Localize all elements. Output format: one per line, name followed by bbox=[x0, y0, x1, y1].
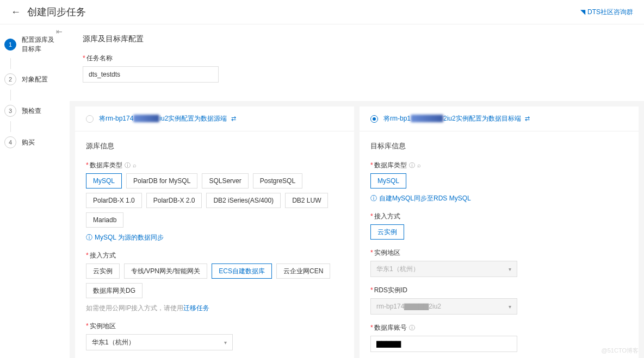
step-3[interactable]: 3 预检查 bbox=[4, 105, 65, 117]
step-2[interactable]: 2 对象配置 bbox=[4, 73, 65, 85]
source-db-type-option[interactable]: PolarDB-X 2.0 bbox=[146, 193, 202, 208]
source-db-type-option[interactable]: SQLServer bbox=[202, 173, 248, 189]
step-label: 配置源库及目标库 bbox=[22, 35, 56, 54]
source-radio-header[interactable]: 将rm-bp174xxxxxxxxiu2实例配置为数据源端 ⇄ bbox=[75, 106, 354, 131]
target-account-input[interactable] bbox=[370, 336, 517, 352]
chevron-down-icon: ▾ bbox=[224, 340, 227, 346]
help-icon[interactable]: ⓘ bbox=[409, 162, 415, 168]
target-access-option[interactable]: 云实例 bbox=[370, 224, 404, 240]
source-db-type-option[interactable]: DB2 LUW bbox=[285, 193, 328, 208]
target-rds-label: *RDS实例ID bbox=[370, 286, 628, 295]
source-db-type-option[interactable]: PolarDB-X 1.0 bbox=[86, 193, 142, 208]
community-link[interactable]: ◥ DTS社区咨询群 bbox=[580, 8, 633, 17]
search-icon[interactable]: ⌕ bbox=[133, 162, 137, 168]
migrate-task-link[interactable]: 迁移任务 bbox=[183, 304, 209, 312]
target-db-type-label: *数据库类型ⓘ⌕ bbox=[370, 161, 628, 170]
source-db-type-option[interactable]: Mariadb bbox=[86, 212, 123, 228]
task-name-input[interactable] bbox=[83, 66, 219, 83]
sidebar-collapse-icon[interactable]: ⇤ bbox=[56, 27, 63, 36]
step-label: 预检查 bbox=[22, 106, 41, 116]
step-connector bbox=[10, 90, 11, 101]
target-sync-link[interactable]: ⓘ自建MySQL同步至RDS MySQL bbox=[370, 194, 471, 203]
step-4[interactable]: 4 购买 bbox=[4, 136, 65, 148]
chevron-down-icon: ▾ bbox=[509, 304, 511, 310]
source-db-type-option[interactable]: DB2 iSeries(AS/400) bbox=[206, 193, 281, 208]
target-db-type-option[interactable]: MySQL bbox=[370, 173, 406, 189]
source-access-option[interactable]: 云实例 bbox=[86, 263, 120, 279]
target-rds-select[interactable]: rm-bp174▇▇▇▇▇2iu2▾ bbox=[370, 298, 517, 315]
target-region-select[interactable]: 华东1（杭州）▾ bbox=[370, 261, 517, 277]
radio-unchecked-icon[interactable] bbox=[86, 115, 94, 123]
swap-icon[interactable]: ⇄ bbox=[231, 115, 236, 122]
source-sync-link[interactable]: ⓘMySQL 为源的数据同步 bbox=[86, 233, 164, 242]
source-db-type-option[interactable]: PostgreSQL bbox=[253, 173, 302, 189]
help-icon[interactable]: ⓘ bbox=[409, 324, 415, 331]
source-db-type-option[interactable]: PolarDB for MySQL bbox=[126, 173, 197, 189]
source-access-option[interactable]: 云企业网CEN bbox=[276, 263, 330, 279]
target-access-label: *接入方式 bbox=[370, 212, 628, 221]
watermark: @51CTO博客 bbox=[602, 347, 639, 355]
target-region-label: *实例地区 bbox=[370, 248, 628, 257]
source-access-option[interactable]: 专线/VPN网关/智能网关 bbox=[124, 263, 207, 279]
flag-icon: ◥ bbox=[580, 8, 585, 16]
target-account-label: *数据库账号ⓘ bbox=[370, 323, 628, 332]
back-arrow-icon[interactable]: ← bbox=[11, 7, 21, 18]
radio-checked-icon[interactable] bbox=[370, 115, 378, 123]
question-icon: ⓘ bbox=[86, 233, 92, 242]
search-icon[interactable]: ⌕ bbox=[417, 162, 421, 168]
section-title: 源库及目标库配置 bbox=[83, 34, 631, 44]
help-icon[interactable]: ⓘ bbox=[125, 162, 131, 168]
step-connector bbox=[10, 58, 11, 69]
question-icon: ⓘ bbox=[370, 194, 377, 203]
target-radio-header[interactable]: 将rm-bp1xxxxxxxxxx2iu2实例配置为数据目标端 ⇄ bbox=[360, 106, 639, 131]
source-info-title: 源库信息 bbox=[86, 141, 343, 151]
step-number: 2 bbox=[4, 73, 16, 85]
step-number: 3 bbox=[4, 105, 16, 117]
step-label: 购买 bbox=[22, 138, 35, 147]
chevron-down-icon: ▾ bbox=[509, 266, 511, 272]
access-hint: 如需使用公网IP接入方式，请使用迁移任务 bbox=[86, 304, 343, 313]
step-connector bbox=[10, 121, 11, 132]
step-number: 1 bbox=[4, 39, 16, 51]
source-access-option[interactable]: 数据库网关DG bbox=[86, 283, 143, 298]
source-region-label: *实例地区 bbox=[86, 322, 343, 331]
source-db-type-option[interactable]: MySQL bbox=[86, 173, 122, 189]
task-name-label: *任务名称 bbox=[83, 54, 631, 63]
swap-icon[interactable]: ⇄ bbox=[525, 115, 530, 122]
target-radio-label: 将rm-bp1xxxxxxxxxx2iu2实例配置为数据目标端 ⇄ bbox=[383, 114, 530, 123]
source-region-select[interactable]: 华东1（杭州）▾ bbox=[86, 334, 233, 350]
step-1[interactable]: 1 配置源库及目标库 bbox=[4, 35, 56, 54]
source-access-option[interactable]: ECS自建数据库 bbox=[212, 263, 272, 279]
source-radio-label: 将rm-bp174xxxxxxxxiu2实例配置为数据源端 ⇄ bbox=[99, 114, 236, 123]
target-info-title: 目标库信息 bbox=[370, 141, 628, 151]
step-label: 对象配置 bbox=[22, 75, 48, 84]
source-db-type-label: *数据库类型ⓘ⌕ bbox=[86, 161, 343, 170]
source-access-label: *接入方式 bbox=[86, 251, 343, 260]
page-title: 创建同步任务 bbox=[27, 5, 86, 18]
step-number: 4 bbox=[4, 136, 16, 148]
